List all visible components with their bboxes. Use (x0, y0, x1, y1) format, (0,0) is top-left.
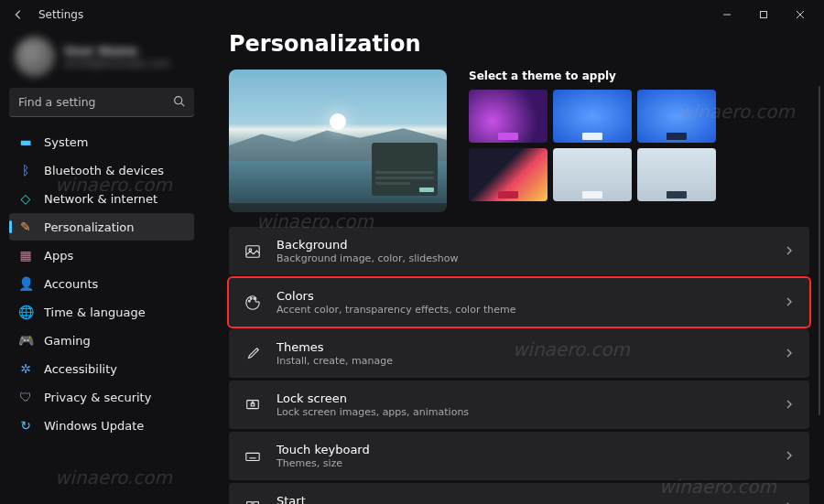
setting-touch-keyboard[interactable]: Touch keyboard Themes, size (229, 432, 809, 480)
globe-icon: 🌐 (18, 305, 33, 319)
theme-heading: Select a theme to apply (469, 70, 809, 82)
theme-tile-6[interactable] (637, 148, 716, 201)
svg-rect-12 (251, 403, 255, 406)
setting-title: Touch keyboard (276, 443, 769, 456)
svg-point-9 (250, 297, 252, 299)
setting-title: Background (276, 238, 769, 252)
sidebar-item-accessibility[interactable]: ✲ Accessibility (9, 355, 194, 382)
theme-tile-5[interactable] (553, 148, 632, 201)
sidebar-item-label: Accounts (44, 277, 98, 291)
theme-section: Select a theme to apply (469, 70, 809, 212)
brush-icon (244, 346, 262, 362)
update-icon: ↻ (18, 418, 33, 433)
search-icon (173, 93, 185, 111)
svg-line-5 (181, 103, 184, 106)
setting-start[interactable]: Start Recent apps and items, folders (229, 483, 809, 504)
chevron-right-icon (784, 294, 795, 311)
setting-background[interactable]: Background Background image, color, slid… (229, 227, 809, 275)
svg-point-4 (175, 97, 182, 104)
svg-point-7 (249, 248, 252, 251)
sidebar-item-accounts[interactable]: 👤 Accounts (9, 270, 194, 297)
accessibility-icon: ✲ (18, 361, 33, 376)
setting-subtitle: Background image, color, slideshow (276, 252, 769, 264)
settings-list: Background Background image, color, slid… (229, 227, 809, 504)
theme-tile-3[interactable] (637, 90, 716, 143)
search-input[interactable] (18, 95, 173, 109)
theme-tile-4[interactable] (469, 148, 548, 201)
titlebar: Settings (0, 0, 824, 29)
setting-themes[interactable]: Themes Install, create, manage (229, 329, 809, 378)
paintbrush-icon: ✎ (18, 220, 33, 234)
desktop-preview (229, 70, 447, 212)
setting-title: Colors (276, 289, 769, 303)
chevron-right-icon (784, 242, 795, 260)
close-button[interactable] (782, 2, 819, 27)
sidebar-item-label: Accessibility (44, 362, 117, 376)
lock-screen-icon (244, 397, 262, 413)
setting-colors[interactable]: Colors Accent color, transparency effect… (229, 278, 809, 327)
user-email: email@example.com (64, 58, 170, 70)
search-box[interactable] (9, 88, 194, 117)
minimize-button[interactable] (709, 2, 745, 27)
sidebar-item-label: Network & internet (44, 192, 157, 206)
chevron-right-icon (784, 396, 795, 413)
sidebar-item-label: Time & language (44, 306, 146, 319)
sidebar-item-label: Windows Update (44, 419, 144, 433)
sidebar-item-label: Personalization (44, 220, 135, 234)
shield-icon: 🛡 (18, 390, 33, 404)
avatar (15, 37, 55, 77)
setting-title: Lock screen (276, 391, 769, 405)
scrollbar[interactable] (819, 86, 820, 415)
maximize-button[interactable] (745, 2, 782, 27)
user-name: User Name (64, 44, 170, 58)
sidebar-item-system[interactable]: ▬ System (9, 128, 194, 155)
theme-tile-1[interactable] (469, 90, 548, 143)
apps-icon: ▦ (18, 248, 33, 263)
palette-icon (244, 295, 262, 311)
chevron-right-icon (784, 499, 795, 504)
main-content: Personalization Select a theme to apply (203, 29, 824, 504)
sidebar-item-personalization[interactable]: ✎ Personalization (9, 213, 194, 241)
sidebar-item-label: Gaming (44, 334, 91, 348)
sidebar-item-bluetooth[interactable]: ᛒ Bluetooth & devices (9, 156, 194, 184)
page-title: Personalization (229, 31, 809, 57)
app-title: Settings (38, 8, 83, 21)
chevron-right-icon (784, 447, 795, 465)
sidebar-item-time-language[interactable]: 🌐 Time & language (9, 298, 194, 326)
svg-rect-13 (246, 453, 259, 460)
sidebar-item-label: System (44, 135, 88, 149)
svg-rect-1 (761, 12, 767, 18)
sidebar-item-apps[interactable]: ▦ Apps (9, 241, 194, 269)
theme-tile-2[interactable] (553, 90, 632, 143)
sidebar-item-privacy[interactable]: 🛡 Privacy & security (9, 383, 194, 411)
setting-subtitle: Install, create, manage (276, 355, 769, 367)
wifi-icon: ◇ (18, 191, 33, 206)
start-icon (244, 499, 262, 505)
setting-title: Themes (276, 340, 769, 354)
image-icon (244, 243, 262, 260)
svg-point-10 (254, 297, 255, 299)
gamepad-icon: 🎮 (18, 333, 33, 348)
sidebar-item-gaming[interactable]: 🎮 Gaming (9, 327, 194, 354)
sidebar-item-label: Apps (44, 249, 73, 263)
sidebar: User Name email@example.com ▬ System ᛒ B… (0, 29, 203, 504)
setting-subtitle: Lock screen images, apps, animations (276, 406, 769, 418)
sidebar-item-network[interactable]: ◇ Network & internet (9, 185, 194, 212)
sidebar-item-label: Privacy & security (44, 391, 151, 404)
keyboard-icon (244, 448, 262, 465)
user-account[interactable]: User Name email@example.com (9, 35, 194, 84)
bluetooth-icon: ᛒ (18, 163, 33, 177)
sidebar-item-windows-update[interactable]: ↻ Windows Update (9, 412, 194, 439)
nav: ▬ System ᛒ Bluetooth & devices ◇ Network… (9, 128, 194, 439)
setting-title: Start (276, 494, 769, 504)
svg-point-8 (249, 300, 251, 302)
person-icon: 👤 (18, 276, 33, 291)
sidebar-item-label: Bluetooth & devices (44, 164, 164, 177)
chevron-right-icon (784, 345, 795, 362)
back-button[interactable] (5, 2, 31, 27)
window-controls (709, 2, 819, 27)
system-icon: ▬ (18, 134, 33, 149)
setting-lock-screen[interactable]: Lock screen Lock screen images, apps, an… (229, 381, 809, 429)
setting-subtitle: Themes, size (276, 457, 769, 469)
setting-subtitle: Accent color, transparency effects, colo… (276, 304, 769, 316)
